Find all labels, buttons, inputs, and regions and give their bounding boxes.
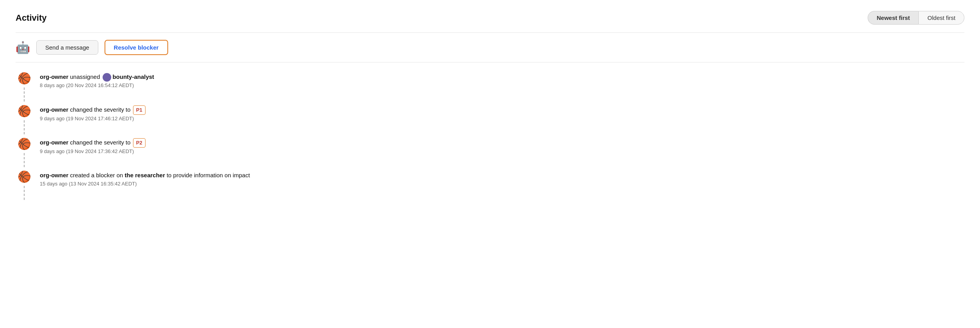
bot-icon: 🤖 bbox=[16, 42, 30, 53]
activity-text-strong: org-owner bbox=[40, 106, 68, 113]
activity-item: 🏀org-owner created a blocker on the rese… bbox=[16, 168, 964, 201]
activity-content: org-owner changed the severity to P19 da… bbox=[40, 102, 146, 123]
activity-content: org-owner created a blocker on the resea… bbox=[40, 168, 250, 188]
avatar: 🏀 bbox=[16, 102, 33, 119]
activity-text: org-owner created a blocker on the resea… bbox=[40, 171, 250, 180]
connector-line bbox=[24, 186, 25, 200]
activity-text-strong: org-owner bbox=[40, 73, 68, 80]
avatar: 🏀 bbox=[16, 70, 33, 87]
activity-text-strong: bounty-analyst bbox=[112, 73, 154, 80]
activity-text-strong: org-owner bbox=[40, 139, 68, 146]
header-divider bbox=[16, 32, 964, 33]
avatar: 🏀 bbox=[16, 168, 33, 185]
activity-content: org-owner unassigned bounty-analyst8 day… bbox=[40, 70, 154, 90]
activity-text-strong: org-owner bbox=[40, 172, 68, 178]
avatar: 🏀 bbox=[16, 135, 33, 152]
action-bar: 🤖 Send a message Resolve blocker bbox=[16, 40, 964, 62]
activity-timestamp: 8 days ago (20 Nov 2024 16:54:12 AEDT) bbox=[40, 82, 154, 88]
avatar-col: 🏀 bbox=[16, 168, 33, 201]
activity-item: 🏀org-owner unassigned bounty-analyst8 da… bbox=[16, 70, 964, 102]
sort-buttons-group: Newest first Oldest first bbox=[868, 11, 964, 25]
activity-text-strong: the researcher bbox=[125, 172, 165, 178]
resolve-blocker-button[interactable]: Resolve blocker bbox=[105, 40, 168, 55]
severity-badge: P2 bbox=[133, 138, 146, 148]
activity-list: 🏀org-owner unassigned bounty-analyst8 da… bbox=[16, 70, 964, 201]
avatar-col: 🏀 bbox=[16, 135, 33, 168]
page-header: Activity Newest first Oldest first bbox=[16, 11, 964, 25]
page-title: Activity bbox=[16, 13, 46, 23]
activity-content: org-owner changed the severity to P29 da… bbox=[40, 135, 146, 156]
activity-item: 🏀org-owner changed the severity to P29 d… bbox=[16, 135, 964, 168]
severity-badge: P1 bbox=[133, 105, 146, 115]
activity-text: org-owner unassigned bounty-analyst bbox=[40, 73, 154, 82]
activity-timestamp: 9 days ago (19 Nov 2024 17:46:12 AEDT) bbox=[40, 116, 146, 121]
connector-line bbox=[24, 87, 25, 102]
activity-timestamp: 9 days ago (19 Nov 2024 17:36:42 AEDT) bbox=[40, 148, 146, 154]
activity-text: org-owner changed the severity to P1 bbox=[40, 105, 146, 115]
avatar-col: 🏀 bbox=[16, 102, 33, 135]
activity-timestamp: 15 days ago (13 Nov 2024 16:35:42 AEDT) bbox=[40, 181, 250, 187]
activity-text: org-owner changed the severity to P2 bbox=[40, 138, 146, 148]
inline-user-avatar bbox=[103, 73, 111, 82]
oldest-first-button[interactable]: Oldest first bbox=[918, 11, 964, 25]
avatar-col: 🏀 bbox=[16, 70, 33, 102]
activity-item: 🏀org-owner changed the severity to P19 d… bbox=[16, 102, 964, 135]
connector-line bbox=[24, 153, 25, 167]
send-message-button[interactable]: Send a message bbox=[36, 40, 98, 55]
newest-first-button[interactable]: Newest first bbox=[868, 11, 918, 25]
connector-line bbox=[24, 120, 25, 134]
